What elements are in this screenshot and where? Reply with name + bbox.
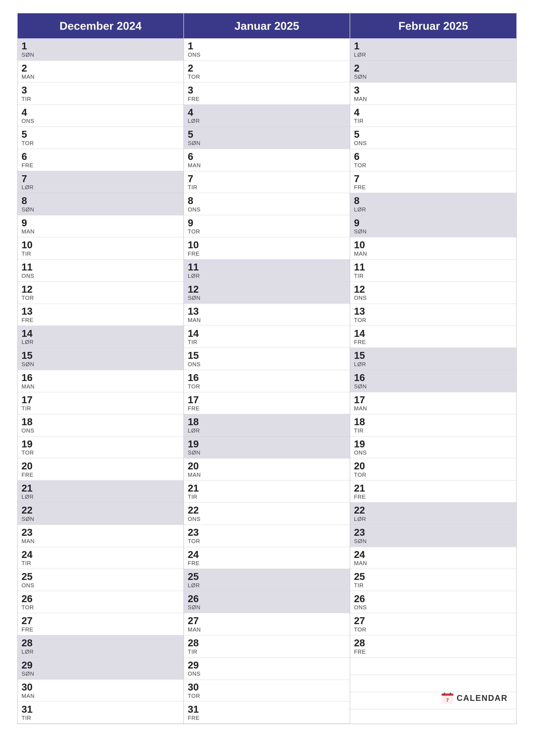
- day-number: 19: [354, 439, 513, 449]
- day-number: 30: [188, 682, 346, 693]
- day-number: 12: [188, 284, 346, 295]
- day-cell-empty: [350, 675, 516, 692]
- day-cell: 8SØN: [18, 193, 184, 215]
- day-cell: 6FRE: [18, 149, 184, 171]
- day-number: 8: [21, 195, 180, 206]
- day-name: LØR: [354, 516, 513, 523]
- day-cell: 27FRE: [18, 613, 184, 635]
- day-number: 26: [354, 593, 513, 604]
- day-number: 1: [188, 40, 346, 51]
- day-cell: 25ONS: [18, 569, 184, 591]
- month-col-dec: 1SØN2MAN3TIR4ONS5TOR6FRE7LØR8SØN9MAN10TI…: [18, 39, 184, 724]
- day-name: SØN: [21, 51, 180, 58]
- day-cell: 20MAN: [184, 458, 350, 481]
- day-number: 17: [188, 394, 346, 405]
- day-cell: 19TOR: [18, 436, 184, 459]
- day-number: 19: [188, 439, 346, 449]
- day-name: TIR: [21, 560, 180, 567]
- day-number: 28: [354, 637, 513, 648]
- day-cell: 19ONS: [350, 436, 516, 459]
- day-name: MAN: [354, 96, 513, 102]
- day-number: 25: [354, 571, 513, 582]
- day-cell: 3MAN: [350, 83, 516, 105]
- day-number: 5: [354, 129, 513, 140]
- day-cell: 17FRE: [184, 392, 350, 415]
- day-cell: 24TIR: [18, 547, 184, 569]
- day-name: TOR: [21, 140, 180, 147]
- day-name: FRE: [21, 317, 180, 323]
- day-name: LØR: [21, 339, 180, 345]
- logo-area: 7 CALENDAR: [441, 692, 508, 704]
- day-name: TIR: [21, 405, 180, 412]
- day-cell: 7TIR: [184, 171, 350, 193]
- day-cell: 11ONS: [18, 259, 184, 282]
- day-name: TOR: [354, 317, 513, 323]
- day-number: 6: [21, 151, 180, 162]
- day-cell: 6MAN: [184, 149, 350, 171]
- day-cell: 22ONS: [184, 502, 350, 525]
- day-name: FRE: [21, 162, 180, 169]
- day-name: SØN: [21, 361, 180, 368]
- day-number: 20: [354, 461, 513, 472]
- day-name: ONS: [354, 449, 513, 456]
- calendar-logo-icon: 7: [441, 692, 454, 704]
- day-number: 24: [21, 549, 180, 560]
- day-name: MAN: [188, 317, 346, 323]
- day-number: 2: [21, 63, 180, 74]
- day-cell: 28LØR: [18, 635, 184, 658]
- day-name: SØN: [188, 604, 346, 611]
- day-number: 23: [188, 527, 346, 538]
- day-number: 26: [188, 593, 346, 604]
- day-number: 4: [188, 107, 346, 118]
- day-name: FRE: [354, 494, 513, 500]
- day-number: 4: [354, 107, 513, 118]
- day-cell-empty: [350, 658, 516, 675]
- day-name: TOR: [188, 228, 346, 235]
- day-number: 13: [188, 306, 346, 317]
- day-name: TIR: [354, 582, 513, 589]
- day-name: TOR: [354, 162, 513, 169]
- day-cell: 30TOR: [184, 680, 350, 702]
- day-cell: 20TOR: [350, 458, 516, 481]
- day-cell: 5SØN: [184, 127, 350, 149]
- day-number: 9: [354, 217, 513, 229]
- day-cell: 16TOR: [184, 370, 350, 392]
- day-number: 9: [21, 217, 180, 229]
- day-name: ONS: [21, 427, 180, 434]
- day-name: LØR: [354, 51, 513, 58]
- day-cell: 15LØR: [350, 348, 516, 370]
- day-cell: 14FRE: [350, 326, 516, 348]
- svg-rect-4: [450, 693, 451, 695]
- day-cell: 26ONS: [350, 591, 516, 613]
- day-number: 14: [354, 328, 513, 339]
- day-number: 7: [354, 173, 513, 184]
- day-cell: 22LØR: [350, 502, 516, 525]
- day-name: SØN: [21, 206, 180, 213]
- day-cell: 9SØN: [350, 215, 516, 237]
- day-cell: 14TIR: [184, 326, 350, 348]
- day-number: 7: [21, 173, 180, 184]
- month-col-feb: 1LØR2SØN3MAN4TIR5ONS6TOR7FRE8LØR9SØN10MA…: [350, 39, 516, 724]
- day-number: 11: [354, 262, 513, 273]
- day-name: LØR: [188, 582, 346, 589]
- day-cell: 3TIR: [18, 83, 184, 105]
- day-number: 7: [188, 173, 346, 184]
- day-name: FRE: [188, 405, 346, 412]
- header-row: December 2024 Januar 2025 Februar 2025: [18, 14, 516, 39]
- day-name: SØN: [188, 449, 346, 456]
- day-name: TIR: [354, 427, 513, 434]
- day-name: TIR: [188, 339, 346, 345]
- day-name: ONS: [354, 140, 513, 147]
- day-cell: 18ONS: [18, 414, 184, 436]
- svg-text:7: 7: [446, 697, 449, 703]
- day-cell: 24FRE: [184, 547, 350, 569]
- day-number: 21: [21, 483, 180, 494]
- day-cell: 8LØR: [350, 193, 516, 215]
- day-cell: 2MAN: [18, 61, 184, 83]
- day-name: TOR: [21, 295, 180, 301]
- day-number: 29: [188, 660, 346, 671]
- day-number: 18: [354, 417, 513, 427]
- day-cell: 5TOR: [18, 127, 184, 149]
- day-cell: 1SØN: [18, 39, 184, 61]
- day-cell: 21TIR: [184, 481, 350, 503]
